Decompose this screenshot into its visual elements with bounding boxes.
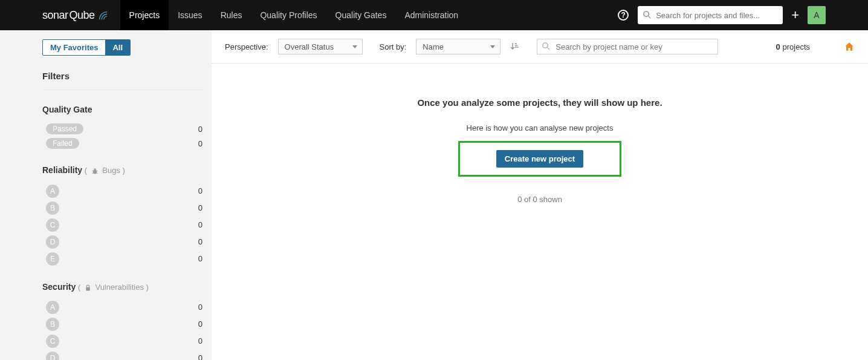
empty-heading: Once you analyze some projects, they wil…	[212, 97, 868, 108]
svg-line-7	[96, 172, 97, 173]
filter-row[interactable]: C0	[42, 217, 202, 234]
svg-point-3	[94, 168, 96, 171]
search-icon	[542, 42, 551, 51]
svg-line-1	[649, 16, 651, 18]
filter-row[interactable]: E0	[42, 250, 202, 267]
filter-row[interactable]: A0	[42, 299, 202, 316]
filter-row[interactable]: A0	[42, 183, 202, 200]
filter-title: Security	[42, 282, 76, 292]
search-icon	[643, 10, 652, 19]
lock-icon	[84, 284, 92, 292]
filter-count: 0	[198, 319, 202, 329]
toggle-all[interactable]: All	[105, 40, 130, 55]
filter-count: 0	[198, 303, 202, 312]
filter-row[interactable]: B0	[42, 200, 202, 217]
filter-row[interactable]: C0	[42, 333, 202, 350]
grade-badge: A	[46, 185, 59, 198]
shown-count: 0 of 0 shown	[212, 195, 868, 204]
global-search-input[interactable]	[638, 6, 783, 24]
grade-badge: D	[46, 235, 59, 249]
filter-count: 0	[198, 125, 202, 134]
grade-badge: A	[46, 301, 59, 314]
filter-subtitle: ( Bugs )	[85, 166, 125, 175]
filter-count: 0	[198, 220, 202, 229]
create-highlight-box: Create new project	[458, 141, 621, 177]
filter-count: 0	[198, 237, 202, 246]
grade-badge: B	[46, 318, 59, 331]
sort-direction-icon[interactable]	[510, 42, 520, 51]
filter-group-reliability: Reliability ( Bugs )A0B0C0D0E0	[42, 165, 202, 267]
perspective-select[interactable]: Overall Status	[278, 39, 363, 54]
main-content: Perspective: Overall Status Sort by: Nam…	[212, 30, 868, 360]
svg-line-5	[96, 171, 97, 171]
toolbar: Perspective: Overall Status Sort by: Nam…	[212, 30, 868, 64]
nav-link-projects[interactable]: Projects	[120, 0, 169, 30]
toggle-my-favorites[interactable]: My Favorites	[43, 40, 105, 55]
favorites-toggle: My Favorites All	[42, 39, 131, 56]
filter-count: 0	[198, 336, 202, 345]
create-new-project-button[interactable]: Create new project	[496, 150, 583, 168]
user-avatar[interactable]: A	[808, 6, 826, 24]
nav-link-administration[interactable]: Administration	[395, 0, 467, 30]
sidebar: My Favorites All Filters Quality GatePas…	[0, 30, 212, 360]
perspective-label: Perspective:	[225, 42, 268, 51]
filter-count: 0	[198, 203, 202, 212]
project-count-word: projects	[782, 42, 810, 51]
filter-row[interactable]: Failed0	[42, 136, 202, 151]
home-icon[interactable]	[844, 41, 855, 52]
sort-label: Sort by:	[380, 42, 407, 51]
empty-state: Once you analyze some projects, they wil…	[212, 64, 868, 204]
svg-rect-8	[86, 287, 90, 290]
grade-badge: D	[46, 352, 59, 360]
nav-link-quality-gates[interactable]: Quality Gates	[326, 0, 396, 30]
sort-value: Name	[423, 42, 444, 51]
filter-group-quality-gate: Quality GatePassed0Failed0	[42, 105, 202, 151]
status-pill: Passed	[46, 123, 83, 134]
filter-group-security: Security ( Vulnerabilities )A0B0C0D0E0	[42, 282, 202, 360]
project-count: 0 projects	[776, 42, 810, 51]
empty-subtext: Here is how you can analyse new projects	[212, 123, 868, 133]
filter-count: 0	[198, 186, 202, 195]
filter-count: 0	[198, 254, 202, 263]
logo[interactable]: sonarQube	[42, 9, 108, 22]
filters-heading: Filters	[42, 71, 202, 90]
svg-point-0	[644, 11, 649, 16]
create-plus-button[interactable]: +	[791, 7, 799, 23]
help-icon[interactable]: ?	[618, 10, 629, 21]
grade-badge: B	[46, 201, 59, 215]
filter-title: Quality Gate	[42, 105, 92, 114]
project-search-input[interactable]	[537, 39, 718, 54]
bug-icon	[91, 167, 99, 175]
nav-link-issues[interactable]: Issues	[169, 0, 211, 30]
svg-line-6	[92, 172, 93, 173]
nav-link-rules[interactable]: Rules	[212, 0, 251, 30]
status-pill: Failed	[46, 138, 79, 149]
grade-badge: C	[46, 218, 59, 232]
sort-select[interactable]: Name	[416, 39, 500, 54]
grade-badge: C	[46, 335, 59, 348]
svg-line-13	[548, 47, 550, 50]
logo-text-1: sonar	[42, 9, 68, 22]
logo-arcs-icon	[97, 10, 108, 21]
filter-subtitle: ( Vulnerabilities )	[78, 283, 149, 292]
svg-line-4	[92, 171, 93, 171]
project-search-wrap	[537, 39, 718, 54]
global-search-wrap	[638, 6, 783, 24]
nav-link-quality-profiles[interactable]: Quality Profiles	[251, 0, 326, 30]
svg-point-12	[543, 43, 548, 48]
filter-row[interactable]: Passed0	[42, 122, 202, 136]
grade-badge: E	[46, 252, 59, 266]
filter-count: 0	[198, 353, 202, 360]
nav-links: ProjectsIssuesRulesQuality ProfilesQuali…	[120, 0, 468, 30]
filter-row[interactable]: D0	[42, 234, 202, 250]
filter-title: Reliability	[42, 165, 82, 175]
filter-row[interactable]: B0	[42, 316, 202, 333]
filter-count: 0	[198, 139, 202, 148]
filter-row[interactable]: D0	[42, 350, 202, 360]
perspective-value: Overall Status	[285, 42, 334, 51]
logo-text-2: Qube	[70, 9, 95, 22]
top-nav: sonarQube ProjectsIssuesRulesQuality Pro…	[0, 0, 868, 30]
project-count-num: 0	[776, 42, 780, 51]
